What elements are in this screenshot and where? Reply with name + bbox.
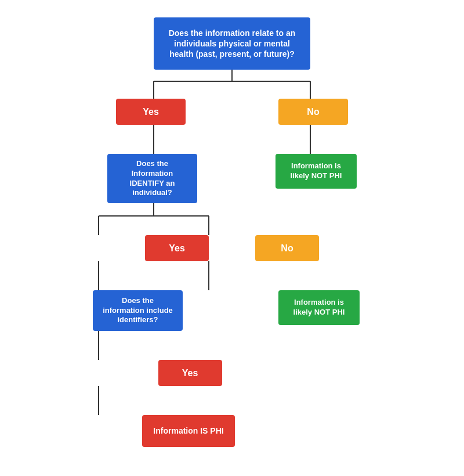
yes3-node: Yes xyxy=(158,360,222,386)
yes2-node: Yes xyxy=(145,235,209,261)
no1-node: No xyxy=(278,99,348,125)
identify-node: Does the Information IDENTIFY an individ… xyxy=(107,154,197,203)
not-phi-1-node: Information is likely NOT PHI xyxy=(276,154,357,189)
identifiers-node: Does the information include identifiers… xyxy=(93,290,183,331)
no2-node: No xyxy=(255,235,319,261)
root-node: Does the information relate to an indivi… xyxy=(154,17,310,70)
yes1-node: Yes xyxy=(116,99,186,125)
not-phi-2-node: Information is likely NOT PHI xyxy=(278,290,360,325)
is-phi-node: Information IS PHI xyxy=(142,415,235,447)
flowchart: Does the information relate to an indivi… xyxy=(12,17,452,447)
